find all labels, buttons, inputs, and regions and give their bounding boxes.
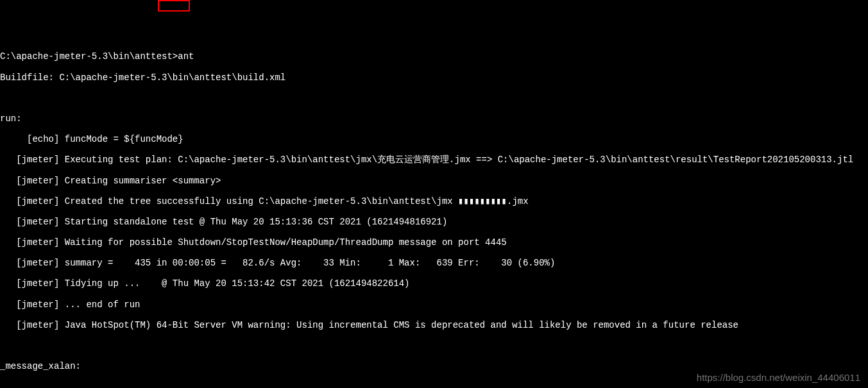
jmeter-starting: [jmeter] Starting standalone test @ Thu … — [0, 217, 868, 227]
jmeter-waiting: [jmeter] Waiting for possible Shutdown/S… — [0, 237, 868, 248]
jmeter-summary: [jmeter] summary = 435 in 00:00:05 = 82.… — [0, 258, 868, 268]
jmeter-warning: [jmeter] Java HotSpot(TM) 64-Bit Server … — [0, 320, 868, 330]
prompt-path: C:\apache-jmeter-5.3\bin\anttest — [0, 51, 173, 62]
watermark-text: https://blog.csdn.net/weixin_44406011 — [697, 372, 860, 383]
blank-line — [0, 341, 868, 351]
buildfile-line: Buildfile: C:\apache-jmeter-5.3\bin\antt… — [0, 72, 868, 83]
jmeter-tidying: [jmeter] Tidying up ... @ Thu May 20 15:… — [0, 278, 868, 289]
message-xalan-target: _message_xalan: — [0, 361, 868, 371]
blank-line — [0, 93, 868, 103]
echo-funcmode: [echo] funcMode = ${funcMode} — [0, 134, 868, 144]
jmeter-summariser: [jmeter] Creating summariser <summary> — [0, 176, 868, 186]
jmeter-end-run: [jmeter] ... end of run — [0, 299, 868, 310]
jmeter-created-tree: [jmeter] Created the tree successfully u… — [0, 196, 868, 207]
run-target: run: — [0, 114, 868, 124]
prompt-command: >ant — [173, 51, 194, 62]
terminal-output[interactable]: C:\apache-jmeter-5.3\bin\anttest>ant Bui… — [0, 41, 868, 388]
prompt-line: C:\apache-jmeter-5.3\bin\anttest>ant — [0, 51, 868, 62]
jmeter-executing: [jmeter] Executing test plan: C:\apache-… — [0, 155, 868, 165]
red-highlight-box — [158, 0, 190, 12]
